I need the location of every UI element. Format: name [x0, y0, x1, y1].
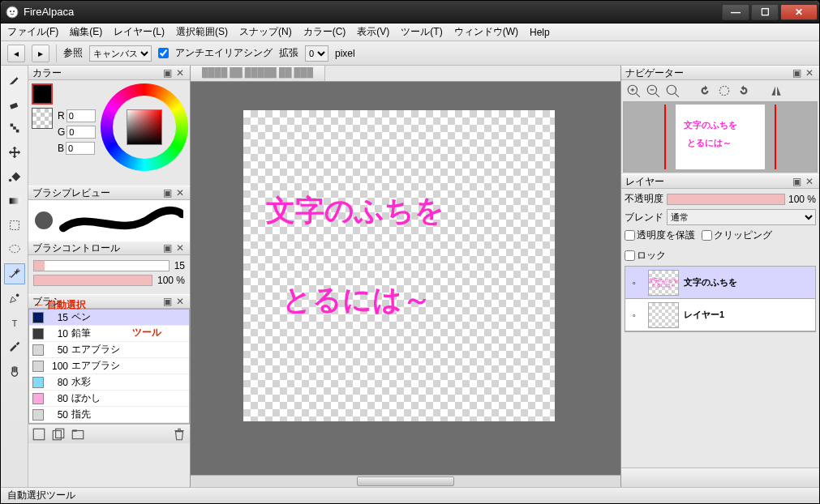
toggle-icon[interactable]: ▣	[161, 242, 173, 254]
opacity-slider[interactable]	[33, 275, 152, 286]
svg-point-2	[13, 11, 15, 12]
layer-opacity-slider[interactable]	[667, 194, 785, 205]
dup-brush-icon[interactable]	[51, 427, 66, 442]
close-icon[interactable]: ✕	[174, 242, 186, 254]
zoom-in-icon[interactable]	[626, 83, 641, 98]
brush-name: エアブラシ	[71, 359, 120, 373]
magic-wand-tool[interactable]	[4, 263, 25, 284]
expand-select[interactable]: 0	[305, 45, 328, 62]
canvas[interactable]: 文字のふちを とるには～	[243, 110, 555, 421]
antialias-checkbox[interactable]	[158, 48, 169, 58]
brush-row[interactable]: 50 指先	[29, 407, 189, 423]
g-input[interactable]	[67, 126, 96, 139]
menu-window[interactable]: ウィンドウ(W)	[454, 25, 518, 39]
nav-line2: とるには～	[687, 137, 732, 149]
r-input[interactable]	[67, 109, 96, 122]
navigator-text: ナビゲーター	[625, 66, 684, 80]
menu-select[interactable]: 選択範囲(S)	[176, 25, 228, 39]
close-icon[interactable]: ✕	[804, 67, 815, 79]
layer-row[interactable]: ◦ 文字のふちをとるには～ 文字のふちを	[625, 267, 815, 299]
toggle-icon[interactable]: ▣	[791, 67, 802, 79]
flip-icon[interactable]	[769, 83, 784, 98]
antialias-label: アンチエイリアシング	[175, 46, 273, 60]
close-icon[interactable]: ✕	[804, 176, 815, 187]
move-tool[interactable]	[4, 142, 25, 163]
clipping-check[interactable]: クリッピング	[702, 229, 772, 242]
close-icon[interactable]: ✕	[174, 67, 186, 79]
layer-visibility-icon[interactable]: ◦	[625, 310, 643, 321]
brush-row[interactable]: 100 エアブラシ	[29, 358, 189, 374]
toggle-icon[interactable]: ▣	[161, 187, 173, 199]
zoom-out-icon[interactable]	[646, 83, 660, 98]
select-pen-tool[interactable]	[4, 288, 25, 309]
b-input[interactable]	[66, 142, 95, 155]
transparent-swatch[interactable]	[32, 108, 53, 129]
protect-alpha-check[interactable]: 透明度を保護	[625, 229, 695, 242]
eraser-tool[interactable]	[4, 93, 25, 114]
layer-list[interactable]: ◦ 文字のふちをとるには～ 文字のふちを◦ レイヤー1	[625, 266, 816, 332]
rotate-right-icon[interactable]	[736, 83, 751, 98]
brush-size: 80	[47, 377, 68, 388]
reference-select[interactable]: キャンバス	[89, 45, 152, 62]
folder-brush-icon[interactable]	[71, 427, 85, 442]
toggle-icon[interactable]: ▣	[791, 176, 802, 187]
svg-line-16	[636, 93, 640, 97]
text-tool[interactable]: T	[4, 312, 25, 333]
right-dock: ナビゲーター ▣✕ 文字のふちを	[620, 66, 819, 487]
statusbar: 自動選択ツール	[1, 487, 819, 503]
zoom-fit-icon[interactable]	[665, 83, 680, 98]
maximize-button[interactable]: ☐	[751, 4, 779, 20]
toggle-icon[interactable]: ▣	[161, 296, 173, 307]
brush-tool[interactable]	[4, 69, 25, 90]
menu-file[interactable]: ファイル(F)	[7, 25, 58, 39]
layer-thumbnail	[648, 302, 679, 328]
close-icon[interactable]: ✕	[174, 296, 186, 307]
h-scrollbar[interactable]	[191, 475, 620, 487]
size-slider[interactable]	[33, 260, 170, 271]
select-lasso-tool[interactable]	[4, 239, 25, 260]
menu-snap[interactable]: スナップ(N)	[239, 25, 292, 39]
rotate-left-icon[interactable]	[698, 83, 712, 98]
status-text: 自動選択ツール	[7, 489, 75, 502]
blend-select[interactable]: 通常	[667, 209, 816, 225]
undo-button[interactable]: ◂	[7, 45, 25, 62]
brush-row[interactable]: 80 水彩	[29, 374, 189, 391]
color-title-text: カラー	[32, 66, 62, 80]
opacity-value: 100 %	[157, 275, 185, 286]
brush-preview-panel	[28, 200, 190, 241]
menu-edit[interactable]: 編集(E)	[70, 25, 102, 39]
select-rect-tool[interactable]	[4, 215, 25, 236]
menu-color[interactable]: カラー(C)	[303, 25, 346, 39]
svg-rect-14	[72, 429, 77, 431]
close-icon[interactable]: ✕	[174, 187, 186, 199]
delete-brush-icon[interactable]	[172, 427, 187, 442]
layer-visibility-icon[interactable]: ◦	[625, 277, 643, 288]
gradient-tool[interactable]	[4, 190, 25, 211]
fill-tool[interactable]	[4, 166, 25, 187]
svg-point-22	[667, 85, 676, 94]
document-tab[interactable]: ████ ██ █████ ██ ███	[191, 66, 325, 81]
lock-check[interactable]: ロック	[625, 249, 666, 263]
add-brush-icon[interactable]	[32, 427, 46, 442]
brush-color-swatch	[32, 361, 44, 372]
minimize-button[interactable]: —	[722, 4, 749, 20]
opacity-label: 不透明度	[625, 192, 663, 206]
brush-row[interactable]: 50 エアブラシ	[29, 342, 189, 358]
menu-view[interactable]: 表示(V)	[357, 25, 389, 39]
menu-help[interactable]: Help	[530, 27, 550, 38]
color-wheel[interactable]	[101, 83, 188, 171]
eyedropper-tool[interactable]	[4, 336, 25, 357]
dot-tool[interactable]	[4, 117, 25, 139]
menu-layer[interactable]: レイヤー(L)	[114, 25, 165, 39]
menu-tool[interactable]: ツール(T)	[401, 25, 442, 39]
rotate-reset-icon[interactable]	[717, 83, 732, 98]
close-button[interactable]: ✕	[780, 4, 818, 20]
brush-row[interactable]: 80 ぼかし	[29, 391, 189, 407]
foreground-swatch[interactable]	[32, 83, 53, 105]
navigator-view[interactable]: 文字のふちを とるには～	[623, 101, 818, 173]
layer-row[interactable]: ◦ レイヤー1	[625, 299, 815, 331]
redo-button[interactable]: ▸	[32, 45, 49, 62]
toggle-icon[interactable]: ▣	[161, 67, 173, 79]
brush-name: ぼかし	[71, 391, 101, 405]
hand-tool[interactable]	[4, 361, 25, 382]
